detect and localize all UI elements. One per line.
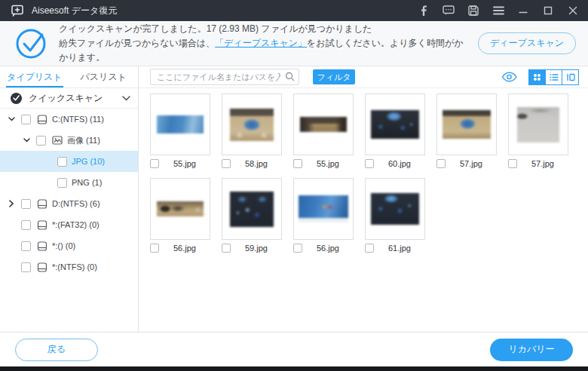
file-thumbnail[interactable]	[150, 178, 210, 240]
scan-result-banner: クイックスキャンが完了しました。17 (2.93 MB) ファイルが見つかりまし…	[0, 21, 588, 66]
thumbnail-image	[300, 117, 347, 132]
file-thumbnail[interactable]	[436, 94, 497, 155]
facebook-icon[interactable]	[418, 5, 430, 17]
tree-item-label: *:() (0)	[52, 241, 75, 250]
tree-item-images[interactable]: 画像 (11)	[0, 130, 138, 151]
chevron-down-icon[interactable]	[122, 96, 130, 101]
file-name: 59.jpg	[231, 244, 282, 253]
tab-path-list[interactable]: パスリスト	[69, 66, 139, 87]
tree-item-d-ntfs[interactable]: D:(NTFS) (6)	[0, 193, 138, 214]
checkbox[interactable]	[150, 244, 159, 253]
checkbox[interactable]	[36, 136, 46, 146]
thumbnail-image	[157, 115, 204, 133]
chevron-down-icon[interactable]	[6, 117, 17, 121]
checkbox[interactable]	[293, 159, 302, 168]
app-logo-icon	[11, 5, 24, 17]
titlebar: Aiseesoft データ復元	[0, 0, 588, 21]
checkbox[interactable]	[365, 244, 374, 253]
checkbox[interactable]	[57, 157, 67, 167]
tree-item-fat32[interactable]: *:(FAT32) (0)	[0, 214, 138, 235]
search-icon	[285, 72, 295, 81]
drive-icon	[35, 199, 48, 209]
tree-item-label: C:(NTFS) (11)	[52, 115, 104, 124]
thumbnail-image	[230, 109, 274, 141]
checkbox[interactable]	[21, 220, 31, 230]
file-card: 61.jpg	[365, 178, 425, 253]
tree-item-c-ntfs[interactable]: C:(NTFS) (11)	[0, 109, 138, 130]
view-toggle-group	[528, 69, 579, 85]
scan-mode-row[interactable]: クイックスキャン	[0, 88, 138, 109]
toolbar: フィルタ	[139, 66, 588, 88]
search-input[interactable]	[150, 69, 299, 85]
file-thumbnail[interactable]	[365, 178, 425, 240]
titlebar-left: Aiseesoft データ復元	[11, 5, 117, 17]
preview-view-icon[interactable]	[562, 69, 579, 85]
file-thumbnail[interactable]	[293, 94, 354, 155]
content: タイプリスト パスリスト クイックスキャン C:(NTFS) (11)	[0, 66, 588, 332]
thumbnail-image	[230, 192, 274, 227]
feedback-icon[interactable]	[443, 5, 455, 17]
file-thumbnail[interactable]	[293, 178, 354, 240]
back-button[interactable]: 戻る	[15, 339, 98, 361]
minimize-button[interactable]	[517, 5, 529, 17]
deep-scan-link[interactable]: 「ディープスキャン」	[215, 38, 307, 48]
file-name: 56.jpg	[159, 244, 210, 253]
file-card: 60.jpg	[365, 94, 425, 168]
checkbox[interactable]	[222, 244, 231, 253]
file-card: 55.jpg	[293, 94, 354, 168]
drive-icon	[35, 241, 48, 251]
drive-icon	[35, 115, 48, 124]
grid-view-icon[interactable]	[528, 69, 546, 85]
thumbnail-image	[517, 107, 559, 143]
filter-button[interactable]: フィルタ	[313, 69, 355, 84]
scan-result-text: クイックスキャンが完了しました。17 (2.93 MB) ファイルが見つかりまし…	[59, 22, 469, 65]
tree-item-label: 画像 (11)	[67, 135, 100, 146]
eye-icon[interactable]	[501, 72, 517, 82]
save-icon[interactable]	[467, 5, 479, 17]
file-thumbnail[interactable]	[508, 94, 568, 155]
checkbox[interactable]	[365, 159, 374, 168]
checkbox[interactable]	[21, 241, 31, 251]
close-button[interactable]	[567, 5, 579, 17]
checkbox[interactable]	[150, 159, 159, 168]
file-card: 57.jpg	[436, 94, 497, 168]
file-name: 55.jpg	[159, 159, 210, 168]
file-thumbnail[interactable]	[222, 94, 282, 155]
checkbox[interactable]	[57, 178, 67, 188]
file-thumbnail[interactable]	[365, 94, 425, 155]
list-view-icon[interactable]	[545, 69, 562, 85]
drive-icon	[35, 220, 48, 230]
checkbox[interactable]	[508, 159, 517, 168]
thumbnail-image	[371, 110, 419, 139]
sidebar: タイプリスト パスリスト クイックスキャン C:(NTFS) (11)	[0, 66, 139, 332]
tree-item-ntfs2[interactable]: *:(NTFS) (0)	[0, 256, 138, 277]
tab-type-list[interactable]: タイプリスト	[0, 66, 69, 87]
file-card: 58.jpg	[222, 94, 282, 168]
recover-button[interactable]: リカバリー	[490, 339, 573, 361]
thumbnail-image	[443, 110, 491, 139]
tree-item-jpg[interactable]: JPG (10)	[0, 151, 138, 172]
file-grid: 55.jpg 58.jpg 55.jpg 60.jpg 57.jpg	[139, 88, 588, 332]
checkbox[interactable]	[21, 199, 31, 209]
tree-item-png[interactable]: PNG (1)	[0, 172, 138, 193]
scan-result-line1: クイックスキャンが完了しました。17 (2.93 MB) ファイルが見つかりまし…	[59, 22, 469, 36]
scan-check-icon	[11, 93, 22, 104]
checkbox[interactable]	[21, 262, 31, 272]
thumbnail-image	[157, 201, 204, 216]
chevron-down-icon[interactable]	[21, 138, 32, 143]
file-name: 55.jpg	[302, 159, 354, 168]
window-bottom-edge	[0, 366, 588, 371]
bottom-bar: 戻る リカバリー	[0, 332, 588, 366]
tree-item-unknown[interactable]: *:() (0)	[0, 235, 138, 256]
file-name: 57.jpg	[446, 159, 497, 168]
deep-scan-button[interactable]: ディープスキャン	[478, 32, 576, 54]
file-thumbnail[interactable]	[222, 178, 282, 240]
chevron-right-icon[interactable]	[6, 200, 17, 207]
menu-icon[interactable]	[492, 5, 504, 17]
checkbox[interactable]	[21, 115, 31, 124]
checkbox[interactable]	[293, 244, 302, 253]
checkbox[interactable]	[222, 159, 231, 168]
file-thumbnail[interactable]	[150, 94, 210, 155]
maximize-button[interactable]	[542, 5, 554, 17]
checkbox[interactable]	[436, 159, 446, 168]
